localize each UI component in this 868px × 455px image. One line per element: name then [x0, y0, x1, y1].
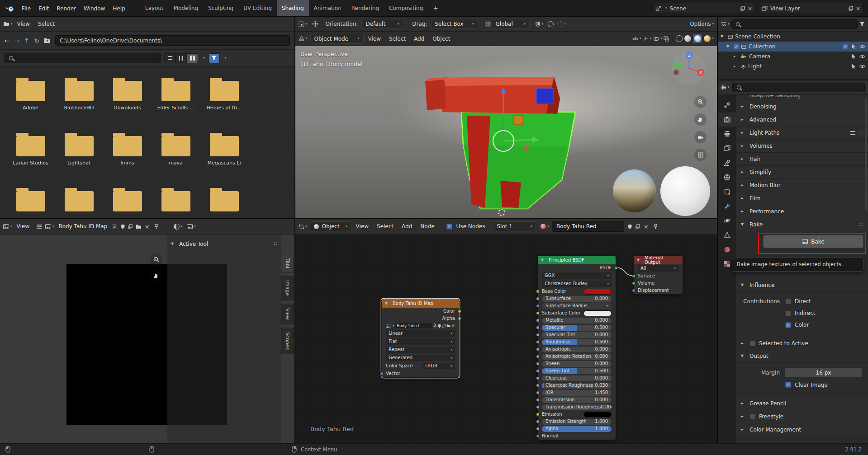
image-canvas[interactable]: ▼ Active Tool Tool Image View Scopes [0, 235, 294, 443]
new-image-icon[interactable] [442, 324, 446, 328]
principled-bsdf-node[interactable]: ▼Principled BSDF BSDF GGX▾ Christensen-B… [537, 255, 616, 440]
input-socket[interactable] [536, 319, 540, 322]
image-texture-node[interactable]: ▼Body Tahu ID Map Color Alpha ▾ Body Tah… [381, 299, 460, 378]
filter-toggle-button[interactable] [209, 53, 220, 63]
folder-item[interactable]: Downloads [103, 81, 152, 110]
bsdf-param-clearcoat[interactable]: Clearcoat0.000 [538, 375, 616, 382]
folder-item[interactable] [55, 191, 103, 211]
output-node-header[interactable]: ▼Material Output [634, 256, 683, 264]
scene-selector[interactable]: ▾ Scene × [652, 3, 755, 14]
new-scene-icon[interactable] [740, 6, 745, 11]
viewport-menu-view[interactable]: View [365, 36, 384, 42]
extension-dropdown[interactable]: Repeat▾ [382, 346, 459, 354]
unlink-scene-icon[interactable]: × [748, 6, 752, 11]
outliner-row-camera[interactable]: ▸ Camera [718, 52, 868, 61]
display-list-horizontal-button[interactable] [175, 53, 187, 63]
section-hair[interactable]: ►Hair [736, 153, 868, 166]
section-performance[interactable]: ►Performance [736, 205, 868, 218]
image-users-count[interactable]: 3 [112, 224, 117, 229]
eye-icon[interactable] [859, 45, 865, 48]
folder-item[interactable]: Megascans Li [200, 136, 248, 165]
folder-item[interactable]: lmms [103, 136, 152, 165]
section-denoising[interactable]: ►Denoising [736, 100, 868, 113]
properties-editor-type-icon[interactable]: ▾ [721, 85, 730, 90]
display-thumbnails-button[interactable] [187, 53, 198, 63]
section-light-paths[interactable]: ►Light Paths [736, 127, 868, 140]
folder-item[interactable]: maya [152, 136, 200, 165]
bsdf-param-emission-strength[interactable]: Emission Strength1.000 [538, 418, 616, 425]
filter-options-dropdown[interactable]: ▾ [225, 56, 227, 60]
folder-item[interactable] [200, 191, 248, 211]
back-button[interactable]: ← [5, 38, 10, 44]
folder-item[interactable]: Lightshot [55, 136, 103, 165]
viewport-camera-view-gizmo[interactable] [694, 131, 707, 143]
surface-input-socket[interactable] [632, 274, 636, 278]
output-target-dropdown[interactable]: All▾ [634, 264, 683, 272]
new-material-icon[interactable] [636, 224, 640, 229]
viewport-ortho-toggle-gizmo[interactable] [694, 149, 707, 161]
folder-item[interactable] [103, 191, 152, 211]
image-name[interactable]: Body Tahu ID Map [55, 224, 111, 229]
section-motion-blur[interactable]: ►Motion Blur [736, 179, 868, 192]
outliner-row-scene-collection[interactable]: ▼ Scene Collection [718, 32, 868, 42]
up-directory-button[interactable]: ↑ [24, 38, 29, 44]
folder-item[interactable] [6, 191, 55, 211]
display-size-dropdown[interactable]: ▾ [203, 56, 205, 60]
shading-solid-button[interactable] [684, 35, 691, 42]
section-color-management[interactable]: ►Color Management [736, 423, 868, 436]
bsdf-param-subsurface-radius[interactable]: Subsurface Radius▾ [538, 302, 616, 310]
properties-search-input[interactable] [732, 83, 865, 92]
subsection-output[interactable]: ▼Output [736, 350, 868, 363]
object-data-tab[interactable] [718, 228, 736, 242]
distribution-dropdown[interactable]: GGX▾ [538, 272, 616, 280]
image-datablock-row[interactable]: ▾ Body Tahu I... 3 × [382, 322, 459, 329]
create-directory-button[interactable] [44, 38, 51, 43]
section-simplify[interactable]: ►Simplify [736, 166, 868, 179]
bsdf-param-subsurface-color[interactable]: Subsurface Color [538, 310, 616, 317]
bsdf-param-clearcoat-roughness[interactable]: Clearcoat Roughness0.030 [538, 382, 616, 389]
interpolation-dropdown[interactable]: Linear▾ [382, 329, 459, 338]
shader-menu-select[interactable]: Select [373, 224, 397, 229]
display-list-vertical-button[interactable] [164, 53, 175, 63]
slot-dropdown[interactable]: Slot 1▾ [493, 221, 536, 231]
open-image-icon[interactable] [446, 324, 451, 328]
active-tool-panel-title[interactable]: Active Tool [179, 241, 208, 247]
projection-dropdown[interactable]: Flat▾ [382, 338, 459, 346]
xray-toggle[interactable] [664, 36, 669, 42]
base-color-swatch[interactable] [583, 289, 612, 295]
contribution-indirect-checkbox[interactable] [785, 310, 791, 316]
viewport-zoom-gizmo[interactable] [694, 96, 707, 108]
proportional-editing-icon[interactable] [548, 21, 554, 27]
file-search-input[interactable] [5, 53, 161, 63]
input-socket[interactable] [536, 384, 540, 387]
overlays-dropdown[interactable]: ▾ [653, 36, 662, 42]
section-film[interactable]: ►Film [736, 192, 868, 205]
browse-image-dropdown[interactable]: ▾ [393, 324, 394, 328]
file-browser-menu-select[interactable]: Select [34, 21, 58, 27]
drag-dropdown[interactable]: Select Box▾ [431, 19, 478, 29]
bsdf-param-normal[interactable]: Normal [538, 432, 616, 440]
options-dropdown[interactable]: Options▾ [690, 21, 714, 27]
material-tab[interactable] [718, 243, 736, 257]
shading-rendered-button[interactable]: ▾ [704, 35, 714, 42]
viewport-canvas[interactable]: User Perspective (1) Tahu | Body model [295, 46, 717, 218]
new-view-layer-icon[interactable] [849, 6, 853, 11]
input-socket[interactable] [536, 326, 540, 329]
subsurface-method-dropdown[interactable]: Christensen-Burley▾ [538, 280, 616, 288]
folder-item[interactable]: Elder Scrolls ... [152, 81, 200, 110]
browse-material-icon[interactable]: ▾ [541, 224, 549, 229]
bsdf-param-specular[interactable]: Specular0.500 [538, 324, 616, 331]
workspace-tab-modeling[interactable]: Modeling [169, 0, 204, 17]
panel-collapse-icon[interactable]: ▼ [171, 242, 176, 246]
source-dropdown[interactable]: Generated▾ [382, 354, 459, 362]
bsdf-param-anisotropic[interactable]: Anisotropic0.000 [538, 346, 616, 353]
snap-magnet-icon[interactable]: ▾ [535, 21, 544, 27]
image-editor-menu-view[interactable]: View [13, 224, 33, 229]
input-socket[interactable] [536, 347, 540, 351]
folder-item[interactable]: Adobe [6, 81, 55, 110]
view-layer-tab[interactable] [718, 141, 736, 155]
object-tab[interactable] [718, 185, 736, 199]
tab-scopes[interactable]: Scopes [281, 328, 294, 354]
pin-icon[interactable] [654, 224, 658, 229]
menus-collapsed-icon[interactable] [37, 225, 42, 229]
